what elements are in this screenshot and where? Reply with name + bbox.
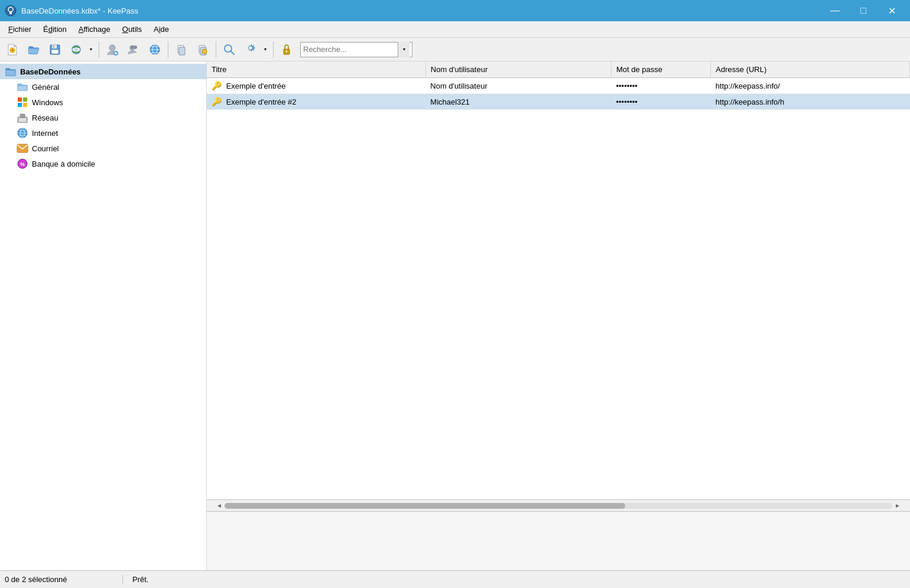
copy-username-button[interactable] xyxy=(171,40,191,60)
scroll-right-arrow[interactable]: ► xyxy=(895,502,901,509)
right-panel: Titre Nom d'utilisateur Mot de passe Adr… xyxy=(207,61,910,570)
status-bar: 0 de 2 sélectionné Prêt. xyxy=(0,570,910,588)
menu-fichier[interactable]: Fichier xyxy=(2,22,37,36)
main-content: BaseDeDonnées Général Windows xyxy=(0,61,910,570)
settings-dropdown-arrow[interactable]: ▾ xyxy=(261,40,270,60)
svg-rect-2 xyxy=(9,11,12,14)
separator-4 xyxy=(273,41,274,58)
maximize-button[interactable]: □ xyxy=(850,0,877,21)
search-button[interactable] xyxy=(219,40,239,60)
entry2-username: Michael321 xyxy=(425,94,611,110)
sidebar-general-label: Général xyxy=(32,83,59,92)
sidebar-reseau-label: Réseau xyxy=(32,113,58,122)
col-header-password[interactable]: Mot de passe xyxy=(612,61,711,78)
svg-rect-10 xyxy=(51,50,58,54)
sidebar-item-reseau[interactable]: Réseau xyxy=(0,110,206,125)
svg-point-14 xyxy=(109,45,115,51)
close-button[interactable]: ✕ xyxy=(878,0,905,21)
col-header-url[interactable]: Adresse (URL) xyxy=(711,61,910,78)
svg-line-32 xyxy=(231,51,235,54)
table-row[interactable]: 🔑 Exemple d'entrée Nom d'utilisateur •••… xyxy=(207,78,910,94)
new-button[interactable] xyxy=(2,40,22,60)
sidebar-internet-label: Internet xyxy=(32,129,58,138)
sync-button[interactable] xyxy=(66,40,86,60)
sidebar-item-general[interactable]: Général xyxy=(0,79,206,95)
menu-outils[interactable]: Outils xyxy=(116,22,148,36)
svg-rect-27 xyxy=(179,47,185,55)
window-title: BaseDeDonnées.kdbx* - KeePass xyxy=(21,7,821,15)
search-dropdown-arrow[interactable]: ▾ xyxy=(398,42,410,57)
sidebar-item-root[interactable]: BaseDeDonnées xyxy=(0,64,206,79)
entry2-key-icon: 🔑 xyxy=(212,97,222,106)
open-button[interactable] xyxy=(24,40,44,60)
svg-point-35 xyxy=(286,50,288,52)
svg-rect-11 xyxy=(53,46,54,48)
entry2-password: •••••••• xyxy=(612,94,711,110)
sidebar-item-windows[interactable]: Windows xyxy=(0,95,206,110)
separator-1 xyxy=(99,41,99,58)
entry-table: Titre Nom d'utilisateur Mot de passe Adr… xyxy=(207,61,910,499)
svg-rect-37 xyxy=(18,86,27,90)
menu-bar: Fichier Édition Affichage Outils Aide xyxy=(0,21,910,38)
svg-point-19 xyxy=(130,46,134,49)
scroll-left-arrow[interactable]: ◄ xyxy=(216,502,222,509)
svg-point-33 xyxy=(249,46,252,49)
menu-edition[interactable]: Édition xyxy=(37,22,73,36)
sidebar-item-internet[interactable]: Internet xyxy=(0,125,206,141)
sync-dropdown-arrow[interactable]: ▾ xyxy=(86,40,96,60)
svg-rect-38 xyxy=(18,98,22,102)
svg-point-30 xyxy=(202,49,207,54)
mail-icon xyxy=(17,142,28,154)
svg-point-20 xyxy=(134,46,137,49)
menu-affichage[interactable]: Affichage xyxy=(73,22,116,36)
svg-rect-36 xyxy=(6,70,15,76)
toolbar: ▾ xyxy=(0,38,910,61)
save-button[interactable] xyxy=(45,40,65,60)
title-bar: BaseDeDonnées.kdbx* - KeePass — □ ✕ xyxy=(0,0,910,21)
status-selection: 0 de 2 sélectionné xyxy=(5,575,123,584)
svg-marker-4 xyxy=(14,44,17,47)
window-controls: — □ ✕ xyxy=(821,0,905,21)
sidebar-root-label: BaseDeDonnées xyxy=(20,67,81,76)
settings-dropdown: ▾ xyxy=(240,40,270,60)
entry1-username: Nom d'utilisateur xyxy=(425,78,611,94)
separator-3 xyxy=(216,41,216,58)
menu-aide[interactable]: Aide xyxy=(148,22,175,36)
windows-icon xyxy=(17,96,28,108)
copy-password-button[interactable] xyxy=(193,40,213,60)
sidebar-item-courriel[interactable]: Courriel xyxy=(0,141,206,156)
root-folder-icon xyxy=(5,66,17,77)
app-icon xyxy=(5,5,17,17)
globe-button[interactable] xyxy=(145,40,165,60)
sidebar-windows-label: Windows xyxy=(32,98,63,107)
sidebar-item-banque[interactable]: % Banque à domicile xyxy=(0,156,206,171)
entry2-url: http://keepass.info/h xyxy=(711,94,910,110)
col-header-title[interactable]: Titre xyxy=(207,61,425,78)
svg-rect-40 xyxy=(18,103,22,107)
horizontal-scrollbar[interactable]: ◄ ► xyxy=(207,499,910,511)
col-header-username[interactable]: Nom d'utilisateur xyxy=(425,61,611,78)
scroll-track[interactable] xyxy=(225,503,892,509)
svg-text:%: % xyxy=(20,161,25,167)
add-entry-button[interactable] xyxy=(102,40,122,60)
lock-button[interactable] xyxy=(277,40,297,60)
entry2-title: 🔑 Exemple d'entrée #2 xyxy=(207,94,425,110)
svg-rect-51 xyxy=(17,144,28,152)
search-box: ▾ xyxy=(300,42,412,57)
network-icon xyxy=(17,112,28,124)
edit-entry-button[interactable] xyxy=(124,40,144,60)
entry1-title: 🔑 Exemple d'entrée xyxy=(207,78,425,94)
settings-button[interactable] xyxy=(240,40,261,60)
general-folder-icon xyxy=(17,81,28,93)
table-row[interactable]: 🔑 Exemple d'entrée #2 Michael321 •••••••… xyxy=(207,94,910,110)
detail-panel xyxy=(207,511,910,570)
entry1-url: http://keepass.info/ xyxy=(711,78,910,94)
minimize-button[interactable]: — xyxy=(821,0,849,21)
search-input[interactable] xyxy=(303,45,398,54)
scroll-thumb[interactable] xyxy=(225,503,625,509)
svg-rect-41 xyxy=(23,103,27,107)
sidebar-banque-label: Banque à domicile xyxy=(32,160,95,168)
entry1-key-icon: 🔑 xyxy=(212,81,222,90)
internet-icon xyxy=(17,127,28,139)
sidebar: BaseDeDonnées Général Windows xyxy=(0,61,207,570)
